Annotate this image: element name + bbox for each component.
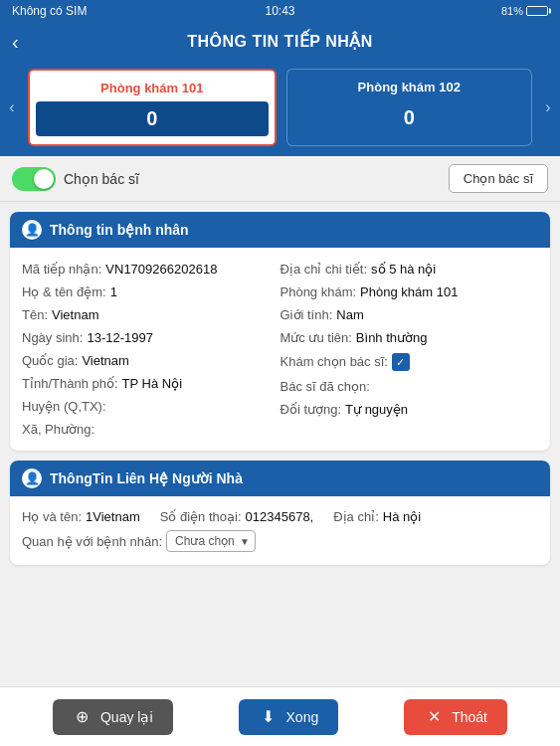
field-quoc-gia: Quốc gia: Vietnam	[22, 349, 280, 372]
field-gioi-tinh: Giới tính: Nam	[280, 303, 539, 326]
contact-section-title: ThôngTin Liên Hệ Người Nhà	[50, 470, 243, 486]
contact-icon: 👤	[22, 468, 42, 488]
room-card-101-title: Phòng khám 101	[30, 71, 275, 101]
main-content: 👤 Thông tin bệnh nhân Mã tiếp nhận: VN17…	[0, 202, 560, 654]
field-phong-kham: Phòng khám: Phòng khám 101	[280, 280, 539, 303]
thoat-button[interactable]: ✕ Thoát	[404, 699, 507, 735]
patient-icon: 👤	[22, 220, 42, 240]
quay-lai-icon: ⊕	[73, 707, 93, 727]
label-dia-chi: Địa chỉ:	[333, 509, 379, 524]
bottom-spacer	[10, 575, 550, 645]
xong-label: Xong	[286, 709, 319, 725]
contact-row-1: Họ và tên: 1Vietnam Số điện thoại: 01234…	[22, 506, 538, 527]
label-ho-ten: Họ và tên:	[22, 509, 82, 524]
field-doi-tuong: Đối tượng: Tự nguyện	[280, 398, 539, 421]
dropdown-arrow: ▼	[240, 536, 250, 547]
thoat-label: Thoát	[452, 709, 487, 725]
toggle-knob	[34, 169, 54, 189]
chon-bac-button[interactable]: Chọn bác sĩ	[449, 164, 548, 193]
back-button[interactable]: ‹	[12, 32, 19, 52]
contact-section-card: 👤 ThôngTin Liên Hệ Người Nhà Họ và tên: …	[10, 461, 550, 565]
quan-he-dropdown[interactable]: Chưa chọn ▼	[166, 530, 256, 552]
patient-section-card: 👤 Thông tin bệnh nhân Mã tiếp nhận: VN17…	[10, 212, 550, 451]
label-sdt: Số điện thoại:	[160, 509, 242, 524]
xong-icon: ⬇	[259, 707, 279, 727]
label-quan-he: Quan hệ với bệnh nhân:	[22, 534, 162, 549]
contact-section-body: Họ và tên: 1Vietnam Số điện thoại: 01234…	[10, 496, 550, 565]
room-card-102[interactable]: Phòng khám 102 0	[286, 69, 533, 146]
xong-button[interactable]: ⬇ Xong	[239, 699, 339, 735]
battery-indicator: 81%	[501, 5, 548, 17]
patient-section-title: Thông tin bệnh nhân	[50, 222, 189, 238]
field-xa-phuong: Xã, Phường:	[22, 418, 280, 441]
status-bar: Không có SIM 10:43 81%	[0, 0, 560, 22]
toggle-left: Chọn bác sĩ	[12, 167, 139, 191]
field-ten: Tên: Vietnam	[22, 303, 280, 326]
value-dia-chi: Hà nội	[383, 509, 421, 524]
quay-lai-button[interactable]: ⊕ Quay lại	[53, 699, 173, 735]
patient-section-header: 👤 Thông tin bệnh nhân	[10, 212, 550, 248]
time-label: 10:43	[265, 4, 294, 18]
field-ho-ten-dem: Họ & tên đệm: 1	[22, 280, 280, 303]
patient-section-body: Mã tiếp nhận: VN1709266202618 Họ & tên đ…	[10, 248, 550, 451]
field-huyen: Huyện (Q,TX):	[22, 395, 280, 418]
field-ngay-sinh: Ngày sinh: 13-12-1997	[22, 326, 280, 349]
contact-row-2: Quan hệ với bệnh nhân: Chưa chọn ▼	[22, 527, 538, 555]
room-cards-wrapper: Phòng khám 101 0 Phòng khám 102 0	[24, 69, 536, 146]
battery-bar-icon	[526, 6, 548, 16]
page-header: ‹ THÔNG TIN TIẾP NHẬN	[0, 22, 560, 61]
field-ma-tiep-nhan: Mã tiếp nhận: VN1709266202618	[22, 258, 280, 280]
room-card-102-count: 0	[293, 100, 526, 135]
field-bac-si-chon: Bác sĩ đã chọn:	[280, 375, 539, 398]
room-section: ‹ Phòng khám 101 0 Phòng khám 102 0 ›	[0, 61, 560, 156]
room-card-101[interactable]: Phòng khám 101 0	[28, 69, 277, 146]
field-dia-chi: Địa chỉ chi tiết: số 5 hà nội	[280, 258, 539, 280]
quay-lai-label: Quay lại	[100, 709, 153, 725]
patient-left-col: Mã tiếp nhận: VN1709266202618 Họ & tên đ…	[22, 258, 280, 441]
toggle-label: Chọn bác sĩ	[64, 171, 139, 187]
carrier-label: Không có SIM	[12, 4, 87, 18]
room-card-102-title: Phòng khám 102	[287, 70, 532, 100]
toggle-row: Chọn bác sĩ Chọn bác sĩ	[0, 156, 560, 202]
value-sdt: 012345678,	[246, 509, 314, 524]
field-kham-chon-bac-si: Khám chọn bác sĩ: ✓	[280, 349, 539, 375]
doctor-toggle[interactable]	[12, 167, 56, 191]
room-card-101-count: 0	[36, 101, 269, 136]
room-right-arrow[interactable]: ›	[536, 98, 560, 116]
contact-section-header: 👤 ThôngTin Liên Hệ Người Nhà	[10, 461, 550, 496]
value-ho-ten: 1Vietnam	[86, 509, 140, 524]
checkbox-kham-chon[interactable]: ✓	[392, 353, 410, 371]
thoat-icon: ✕	[424, 707, 444, 727]
field-uu-tien: Mức ưu tiên: Bình thường	[280, 326, 539, 349]
field-tinh-tp: Tỉnh/Thành phố: TP Hà Nội	[22, 372, 280, 395]
room-left-arrow[interactable]: ‹	[0, 98, 24, 116]
bottom-bar: ⊕ Quay lại ⬇ Xong ✕ Thoát	[0, 686, 560, 746]
patient-right-col: Địa chỉ chi tiết: số 5 hà nội Phòng khám…	[280, 258, 539, 441]
battery-percent: 81%	[501, 5, 523, 17]
page-title: THÔNG TIN TIẾP NHẬN	[187, 33, 373, 50]
